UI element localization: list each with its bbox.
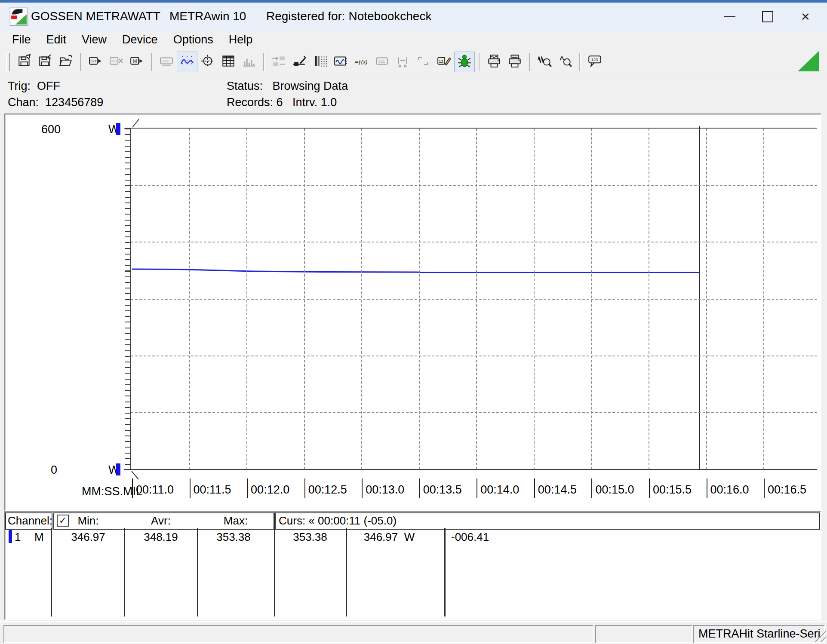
histogram-icon <box>242 54 256 70</box>
chart-crosshair-icon <box>200 54 215 70</box>
cursor-column-header: Curs: « 00:00:11 (-05.0) <box>279 514 397 527</box>
device-name-text: METRAHit Starline-Seri <box>698 627 821 641</box>
x-tick-label: 00:11.0 <box>136 483 174 497</box>
toolbar-button-device-321-x: 321 <box>106 52 126 72</box>
x-tick-mark <box>649 478 650 498</box>
toolbar-button-zoom-wave[interactable] <box>534 52 555 72</box>
folder-open-icon <box>58 54 73 70</box>
close-button[interactable]: ✕ <box>787 3 824 31</box>
toolbar-button-print-graph[interactable] <box>484 52 504 72</box>
toolbar-button-comment-123[interactable]: 123 <box>584 52 605 72</box>
device-m-out-icon: M <box>129 54 144 70</box>
menu-item-edit[interactable]: Edit <box>46 32 68 47</box>
channel-number-cell: 1 <box>15 531 21 544</box>
toolbar-button-connect-probe[interactable] <box>289 52 310 72</box>
avr-value-cell: 348.19 <box>144 531 178 544</box>
x-tick-mark <box>419 478 420 498</box>
toolbar-button-chart-curve[interactable] <box>177 52 197 72</box>
toolbar-button-folder-open[interactable] <box>55 52 76 72</box>
x-tick-label: 00:16.0 <box>710 483 749 497</box>
acquisition-info-bar: Trig: OFF Chan: 123456789 Status: Browsi… <box>3 76 827 113</box>
channel-mode-cell: M <box>34 531 44 544</box>
toolbar-button-floppy-out[interactable] <box>14 52 35 72</box>
status-pane-device: METRAHit Starline-Seri <box>693 625 825 643</box>
status-pane-mid <box>595 625 692 643</box>
channel-color-bar <box>9 530 12 543</box>
records-label: Records: 6 Intrv. 1.0 <box>227 96 337 109</box>
toolbar-button-scope-wave[interactable] <box>330 52 351 72</box>
toolbar-button-display-1257: 1257 <box>156 52 177 72</box>
chan-label: Chan: 123456789 <box>8 96 103 109</box>
toolbar-button-zoom-caret[interactable] <box>555 52 575 72</box>
toolbar-button-data-table[interactable] <box>218 52 239 72</box>
x-tick-label: 00:12.5 <box>308 483 347 497</box>
x-axis-unit-label: MM:SS.MIL <box>82 485 142 498</box>
cursor-line[interactable] <box>699 126 700 470</box>
channel-marker-top <box>116 123 120 135</box>
horizontal-gridline <box>131 242 817 242</box>
min-value-cell: 346.97 <box>71 531 105 544</box>
app-logo-icon <box>9 7 28 26</box>
pan-fit-icon <box>271 54 286 70</box>
channel-marker-bottom <box>116 463 120 475</box>
status-pane-main <box>3 625 593 643</box>
toolbar-button-chart-crosshair[interactable] <box>197 52 218 72</box>
plot-top-border <box>124 128 817 129</box>
zoom-caret-icon <box>558 54 572 70</box>
toolbar-button-range-1 <box>392 52 413 72</box>
menu-item-view[interactable]: View <box>81 32 108 47</box>
app-name-title: METRAwin 10 <box>169 9 246 23</box>
device-321-x-icon: 321 <box>109 54 123 70</box>
toolbar-gripper[interactable] <box>6 53 10 71</box>
menu-item-options[interactable]: Options <box>172 32 214 47</box>
maximize-button[interactable] <box>749 3 787 31</box>
channel-visibility-checkbox[interactable]: ✓ <box>57 515 69 527</box>
toolbar-button-debug-bug[interactable] <box>454 52 475 72</box>
range-2-icon <box>416 54 430 70</box>
toolbar-button-print-list[interactable] <box>504 52 525 72</box>
y-max-label: 600 <box>41 123 61 136</box>
x-tick-mark <box>707 478 707 498</box>
minimize-icon <box>724 16 735 18</box>
menu-item-help[interactable]: Help <box>228 32 254 47</box>
svg-text:12: 12 <box>439 59 443 64</box>
toolbar-button-device-m-out[interactable]: M <box>126 52 147 72</box>
toolbar-button-formula-fx[interactable]: =ƒ(x) <box>351 52 372 72</box>
minimize-button[interactable] <box>711 3 749 31</box>
x-tick-label: 00:15.5 <box>653 483 692 497</box>
toolbar-separator <box>151 53 152 71</box>
x-tick-mark <box>534 478 535 498</box>
floppy-in-icon <box>38 54 52 70</box>
toolbar-button-range-2 <box>413 52 433 72</box>
x-tick-label: 00:14.0 <box>480 483 519 497</box>
toolbar-button-edit-12[interactable]: 12 <box>433 52 454 72</box>
x-tick-mark <box>190 478 191 498</box>
toolbar-separator <box>479 53 480 71</box>
x-tick-label: 00:13.5 <box>423 483 462 497</box>
svg-text:321: 321 <box>111 59 117 63</box>
toolbar-button-floppy-in[interactable] <box>35 52 55 72</box>
menu-item-file[interactable]: File <box>11 32 32 47</box>
horizontal-gridline <box>131 356 817 356</box>
device-321-out-icon: 321 <box>88 54 103 70</box>
title-bar: GOSSEN METRAWATT METRAwin 10 Registered … <box>3 3 827 31</box>
x-tick-label: 00:16.5 <box>768 483 806 497</box>
toolbar-button-device-321-out[interactable]: 321 <box>85 52 106 72</box>
close-icon: ✕ <box>801 10 810 24</box>
x-tick-label: 00:12.0 <box>251 483 289 497</box>
x-tick-mark <box>591 478 592 498</box>
table-grid-line <box>197 528 198 616</box>
data-table-icon <box>221 54 236 70</box>
num-321-icon: 321 <box>375 54 389 70</box>
menu-bar: FileEditViewDeviceOptionsHelp <box>3 31 827 48</box>
toolbar-button-bars-config[interactable] <box>310 52 330 72</box>
max-column-header: Max: <box>224 514 248 527</box>
edit-12-icon: 12 <box>437 54 451 70</box>
floppy-out-icon <box>17 54 32 70</box>
cursor-b-value-cell: 346.97 W <box>364 531 415 544</box>
menu-item-device[interactable]: Device <box>121 32 159 47</box>
svg-text:M: M <box>133 58 137 64</box>
zoom-wave-icon <box>537 54 552 70</box>
svg-text:321: 321 <box>378 59 385 64</box>
y-axis-ticks <box>125 129 130 470</box>
